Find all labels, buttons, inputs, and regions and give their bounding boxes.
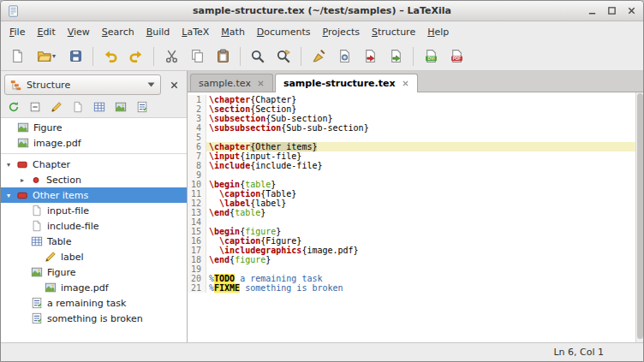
refresh-button[interactable] bbox=[4, 98, 23, 115]
compile-pdflatex-button[interactable] bbox=[357, 45, 383, 68]
code-text[interactable] bbox=[206, 170, 635, 180]
menu-help[interactable]: Help bbox=[421, 23, 455, 41]
code-text[interactable]: %TODO a remaining task bbox=[206, 274, 635, 283]
menu-build[interactable]: Build bbox=[140, 23, 176, 41]
code-token: \end bbox=[209, 255, 230, 264]
code-line: 7\input{input-file} bbox=[188, 151, 635, 161]
table-filter-button[interactable] bbox=[90, 98, 109, 115]
code-text[interactable]: \caption{Table} bbox=[206, 189, 635, 199]
code-text[interactable]: \section{Section} bbox=[206, 104, 635, 114]
editor-scrollbar[interactable] bbox=[635, 92, 643, 342]
menu-structure[interactable]: Structure bbox=[366, 23, 421, 41]
todo-filter-button[interactable] bbox=[133, 98, 152, 115]
code-line: 13\end{table} bbox=[188, 208, 635, 217]
structure-item-include-file[interactable]: include-file bbox=[1, 218, 187, 234]
close-button[interactable] bbox=[627, 6, 636, 15]
code-text[interactable]: \includegraphics{image.pdf} bbox=[206, 246, 635, 255]
structure-item-input-file[interactable]: input-file bbox=[1, 203, 187, 218]
code-token: } bbox=[271, 180, 276, 189]
code-text[interactable]: \chapter{Other items} bbox=[206, 142, 635, 151]
code-text[interactable]: \begin{figure} bbox=[206, 227, 635, 236]
scrollbar-thumb[interactable] bbox=[637, 93, 643, 339]
code-text[interactable]: \input{input-file} bbox=[206, 151, 635, 161]
code-text[interactable]: \include{include-file} bbox=[206, 161, 635, 170]
image-filter-button[interactable] bbox=[111, 98, 130, 115]
code-area[interactable]: 1\chapter{Chapter}2\section{Section}3\su… bbox=[188, 92, 635, 342]
collapse-all-button[interactable] bbox=[26, 98, 45, 115]
code-token: \end bbox=[209, 208, 230, 217]
structure-item-table[interactable]: Table bbox=[1, 234, 187, 249]
compile-latex-button[interactable] bbox=[331, 45, 357, 68]
label-filter-button[interactable] bbox=[47, 98, 66, 115]
list-item-figure[interactable]: Figure bbox=[1, 120, 187, 135]
tab-sample-structure-tex[interactable]: sample-structure.tex bbox=[275, 74, 418, 92]
menu-latex[interactable]: LaTeX bbox=[176, 23, 215, 41]
panel-selector[interactable]: Structure bbox=[4, 74, 161, 95]
redo-button[interactable] bbox=[123, 45, 149, 68]
clean-build-button[interactable] bbox=[306, 45, 331, 68]
search-replace-button[interactable] bbox=[271, 45, 296, 68]
copy-button[interactable] bbox=[184, 45, 210, 68]
new-document-button[interactable] bbox=[4, 45, 30, 68]
menu-file[interactable]: File bbox=[3, 23, 31, 41]
menu-documents[interactable]: Documents bbox=[251, 23, 317, 41]
search-button[interactable] bbox=[245, 45, 271, 68]
menu-view[interactable]: View bbox=[62, 23, 96, 41]
structure-item-something-is-broken[interactable]: something is broken bbox=[1, 311, 187, 326]
code-token: FIXME bbox=[214, 283, 240, 293]
convert-dvi-pdf-button[interactable] bbox=[383, 45, 408, 68]
code-token bbox=[209, 246, 219, 255]
code-text[interactable] bbox=[206, 133, 635, 142]
tab-close-button[interactable] bbox=[402, 80, 409, 87]
list-item-image-pdf[interactable]: image.pdf bbox=[1, 135, 187, 151]
structure-item-a-remaining-task[interactable]: a remaining task bbox=[1, 295, 187, 311]
titlebar[interactable]: sample-structure.tex (~/test/samples) – … bbox=[1, 1, 643, 21]
expander-collapsed-icon[interactable]: ▸ bbox=[18, 176, 27, 184]
code-line: 21%FIXME something is broken bbox=[188, 283, 635, 293]
code-line: 12 \label{label} bbox=[188, 199, 635, 208]
code-text[interactable] bbox=[206, 217, 635, 227]
include-filter-button[interactable] bbox=[69, 98, 87, 115]
code-text[interactable]: \end{figure} bbox=[206, 255, 635, 264]
code-text[interactable]: \begin{table} bbox=[206, 180, 635, 189]
tab-close-button[interactable] bbox=[257, 80, 265, 87]
code-token: \include bbox=[209, 161, 250, 170]
code-text[interactable] bbox=[206, 264, 635, 274]
code-token: TODO bbox=[214, 274, 235, 283]
cut-button[interactable] bbox=[158, 45, 184, 68]
structure-item-chapter[interactable]: ▾Chapter bbox=[1, 157, 187, 172]
save-button[interactable] bbox=[63, 45, 88, 68]
menu-math[interactable]: Math bbox=[215, 23, 251, 41]
code-line: 19 bbox=[188, 264, 635, 274]
code-token: \begin bbox=[209, 227, 240, 236]
open-document-button[interactable]: ▾ bbox=[30, 45, 63, 68]
tab-label: sample.tex bbox=[199, 78, 251, 89]
structure-item-image-pdf[interactable]: image.pdf bbox=[1, 280, 187, 295]
code-text[interactable]: \label{label} bbox=[206, 199, 635, 208]
structure-item-label[interactable]: label bbox=[1, 249, 187, 264]
view-pdf-button[interactable]: PDF bbox=[444, 45, 469, 68]
code-text[interactable]: \end{table} bbox=[206, 208, 635, 217]
code-text[interactable]: \subsection{Sub-section} bbox=[206, 114, 635, 123]
view-dvi-button[interactable]: DVI bbox=[418, 45, 444, 68]
minimize-button[interactable] bbox=[587, 6, 597, 15]
expander-open-icon[interactable]: ▾ bbox=[4, 192, 13, 199]
code-text[interactable]: \chapter{Chapter} bbox=[206, 95, 635, 104]
structure-item-other-items[interactable]: ▾Other items bbox=[1, 187, 187, 203]
code-text[interactable]: %FIXME something is broken bbox=[206, 283, 635, 293]
tab-sample-tex[interactable]: sample.tex bbox=[190, 74, 273, 92]
menu-search[interactable]: Search bbox=[96, 23, 140, 41]
file-icon bbox=[31, 220, 43, 232]
menu-edit[interactable]: Edit bbox=[31, 23, 61, 41]
paste-button[interactable] bbox=[210, 45, 236, 68]
structure-item-section[interactable]: ▸Section bbox=[1, 172, 187, 187]
code-token: {Chapter} bbox=[250, 95, 296, 104]
sidebar-close-button[interactable] bbox=[164, 75, 183, 94]
code-text[interactable]: \caption{Figure} bbox=[206, 236, 635, 246]
menu-projects[interactable]: Projects bbox=[317, 23, 366, 41]
structure-item-figure[interactable]: Figure bbox=[1, 264, 187, 280]
code-text[interactable]: \subsubsection{Sub-sub-section} bbox=[206, 123, 635, 133]
undo-button[interactable] bbox=[98, 45, 123, 68]
expander-open-icon[interactable]: ▾ bbox=[4, 161, 13, 169]
maximize-button[interactable] bbox=[607, 6, 617, 15]
